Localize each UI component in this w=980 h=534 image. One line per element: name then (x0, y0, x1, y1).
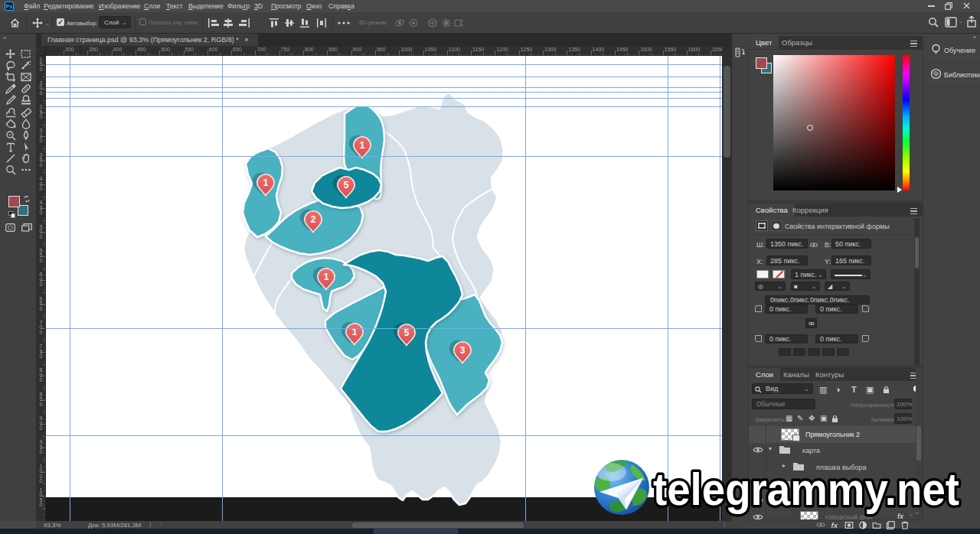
svg-text:2: 2 (311, 214, 316, 225)
svg-text:fx: fx (831, 521, 838, 529)
svg-text:5: 5 (344, 180, 349, 190)
svg-text:1: 1 (263, 177, 269, 188)
svg-text:1: 1 (324, 272, 329, 282)
svg-text:5: 5 (404, 327, 410, 338)
svg-text:1: 1 (360, 140, 365, 151)
svg-text:3: 3 (460, 345, 466, 356)
